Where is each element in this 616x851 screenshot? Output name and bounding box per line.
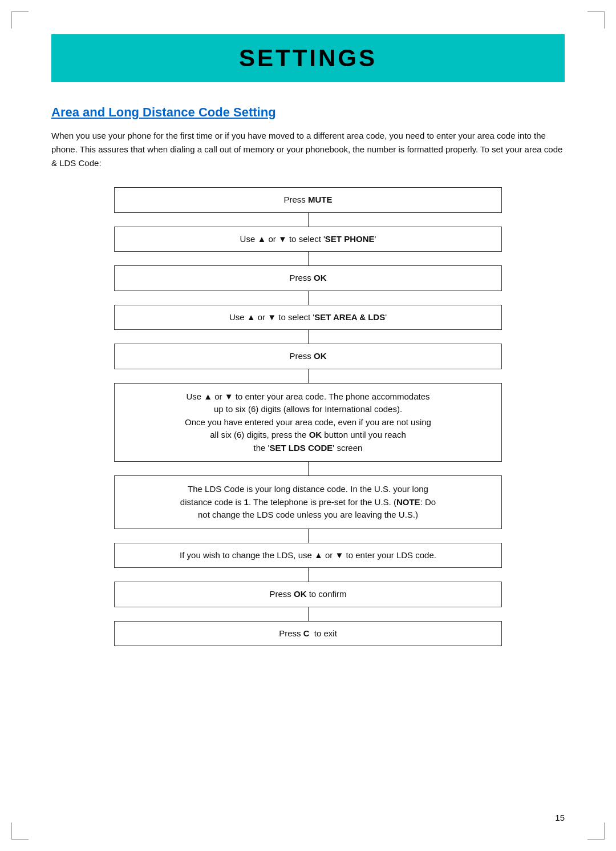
step9-box: Press OK to confirm [114, 582, 502, 607]
step2-box: Use ▲ or ▼ to select 'SET PHONE' [114, 227, 502, 252]
step7-box: The LDS Code is your long distance code.… [114, 475, 502, 529]
corner-mark-tl [11, 11, 29, 29]
page-number: 15 [555, 813, 565, 822]
corner-mark-bl [11, 822, 29, 840]
connector-9 [308, 607, 309, 621]
connector-8 [308, 568, 309, 582]
step8-box: If you wish to change the LDS, use ▲ or … [114, 543, 502, 568]
connector-4 [308, 330, 309, 344]
corner-mark-br [587, 822, 605, 840]
step5-box: Press OK [114, 344, 502, 369]
connector-7 [308, 529, 309, 543]
connector-2 [308, 252, 309, 265]
connector-3 [308, 291, 309, 305]
connector-1 [308, 213, 309, 227]
step10-box: Press C to exit [114, 621, 502, 647]
step6-box: Use ▲ or ▼ to enter your area code. The … [114, 383, 502, 462]
section-title: Area and Long Distance Code Setting [51, 105, 565, 120]
step3-box: Press OK [114, 265, 502, 291]
flow-chart: Press MUTE Use ▲ or ▼ to select 'SET PHO… [51, 187, 565, 646]
step1-box: Press MUTE [114, 187, 502, 213]
corner-mark-tr [587, 11, 605, 29]
header-banner: SETTINGS [51, 34, 565, 82]
connector-6 [308, 462, 309, 475]
connector-5 [308, 369, 309, 383]
page-title: SETTINGS [51, 45, 565, 72]
step4-box: Use ▲ or ▼ to select 'SET AREA & LDS' [114, 305, 502, 330]
page: SETTINGS Area and Long Distance Code Set… [0, 0, 616, 851]
intro-paragraph: When you use your phone for the first ti… [51, 129, 565, 170]
